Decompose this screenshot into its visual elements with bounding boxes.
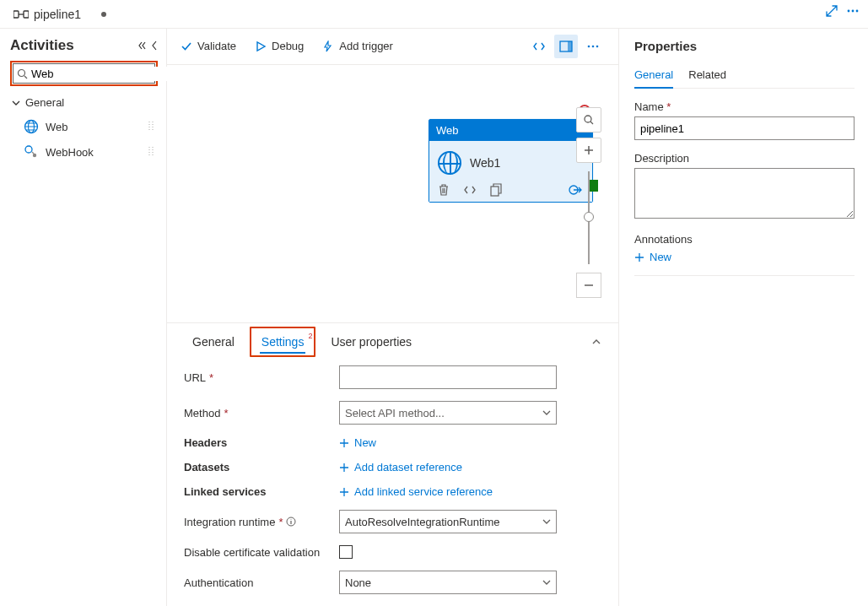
main-area: Activities General — [0, 29, 868, 606]
fit-to-screen-button[interactable] — [576, 107, 601, 133]
url-input[interactable] — [339, 365, 557, 389]
ir-value: AutoResolveIntegrationRuntime — [345, 516, 500, 528]
debug-label: Debug — [272, 40, 304, 52]
activities-search-input[interactable] — [28, 67, 175, 81]
activity-item-webhook[interactable]: WebHook — [10, 139, 158, 165]
settings-tab-highlight: Settings 2 — [250, 327, 316, 357]
copy-icon[interactable] — [490, 183, 502, 197]
settings-tabstrip: General Settings 2 User properties — [184, 323, 601, 360]
svg-rect-0 — [13, 11, 19, 18]
drag-handle-icon[interactable] — [148, 121, 154, 133]
unsaved-indicator — [101, 12, 106, 17]
svg-point-9 — [33, 154, 36, 157]
authentication-label: Authentication — [184, 576, 253, 589]
annotations-label: Annotations — [634, 233, 855, 246]
zoom-slider-thumb[interactable] — [584, 212, 594, 222]
tab-general[interactable]: General — [184, 328, 243, 355]
toolbar-more-button[interactable] — [581, 35, 605, 58]
activities-search[interactable] — [13, 63, 155, 84]
svg-rect-1 — [24, 11, 29, 18]
delete-icon[interactable] — [438, 183, 450, 197]
zoom-slider[interactable] — [588, 171, 590, 264]
activity-item-web[interactable]: Web — [10, 114, 158, 139]
activities-collapse[interactable] — [137, 41, 158, 51]
svg-point-14 — [596, 45, 599, 47]
activity-settings-panel: General Settings 2 User properties UR — [167, 322, 618, 606]
activities-panel: Activities General — [0, 29, 167, 606]
tab-settings[interactable]: Settings 2 — [253, 328, 313, 355]
svg-point-8 — [25, 146, 32, 153]
code-view-button[interactable] — [527, 35, 551, 58]
editor-tab-bar: pipeline1 — [0, 0, 868, 29]
integration-runtime-select[interactable]: AutoResolveIntegrationRuntime — [339, 510, 557, 533]
tab-settings-label: Settings — [261, 335, 305, 349]
code-icon[interactable] — [463, 184, 477, 196]
properties-title: Properties — [634, 39, 855, 53]
drag-handle-icon[interactable] — [148, 146, 154, 158]
debug-button[interactable]: Debug — [255, 40, 304, 52]
description-label: Description — [634, 152, 855, 165]
activity-node-web1[interactable]: Web Web1 — [429, 119, 593, 203]
method-select[interactable]: Select API method... — [339, 401, 557, 425]
add-annotation-button[interactable]: New — [634, 251, 855, 263]
trigger-icon — [322, 41, 334, 52]
method-label: Method — [184, 407, 220, 419]
more-icon[interactable] — [846, 5, 860, 17]
expand-icon[interactable] — [826, 5, 838, 17]
svg-point-3 — [852, 10, 855, 13]
pipeline-tab[interactable]: pipeline1 — [7, 4, 113, 24]
settings-form: URL * Method * Select API method... Head… — [184, 360, 601, 594]
pipeline-toolbar: Validate Debug Add trigger — [167, 29, 618, 64]
tab-user-properties[interactable]: User properties — [322, 328, 420, 355]
panel-collapse-button[interactable] — [591, 337, 601, 347]
pipeline-name-input[interactable] — [634, 116, 855, 140]
svg-point-13 — [592, 45, 595, 47]
info-icon[interactable] — [286, 517, 296, 527]
add-header-button[interactable]: New — [339, 436, 376, 449]
svg-point-2 — [848, 10, 850, 13]
properties-tab-general[interactable]: General — [634, 65, 673, 88]
add-trigger-button[interactable]: Add trigger — [322, 40, 393, 52]
svg-point-12 — [588, 45, 590, 47]
svg-point-4 — [856, 10, 859, 13]
pipeline-description-input[interactable] — [634, 168, 855, 219]
node-type-header: Web — [429, 120, 592, 141]
method-placeholder: Select API method... — [345, 407, 445, 419]
svg-point-17 — [585, 116, 591, 122]
pipeline-icon — [13, 8, 29, 20]
add-header-label: New — [354, 436, 376, 449]
globe-icon — [438, 151, 461, 175]
check-icon — [181, 41, 192, 52]
globe-icon — [24, 119, 39, 134]
play-icon — [255, 41, 267, 52]
activities-title: Activities — [10, 37, 74, 54]
authentication-select[interactable]: None — [339, 571, 557, 594]
settings-error-badge: 2 — [308, 332, 312, 340]
chevron-down-icon — [542, 578, 551, 587]
zoom-out-button[interactable] — [576, 273, 601, 298]
pipeline-canvas[interactable]: Web Web1 — [167, 65, 618, 322]
chevron-down-icon — [542, 517, 551, 526]
validate-button[interactable]: Validate — [181, 40, 236, 52]
activities-group-general[interactable]: General — [10, 91, 158, 114]
node-name: Web1 — [470, 156, 500, 170]
headers-label: Headers — [184, 436, 227, 449]
zoom-in-button[interactable] — [576, 138, 601, 163]
disable-cert-checkbox[interactable] — [339, 545, 353, 559]
properties-tab-related[interactable]: Related — [688, 65, 726, 88]
validate-label: Validate — [197, 40, 236, 52]
add-annotation-label: New — [650, 251, 671, 263]
search-icon — [17, 68, 28, 79]
divider — [634, 275, 855, 276]
webhook-icon — [24, 144, 39, 160]
add-dataset-button[interactable]: Add dataset reference — [339, 461, 462, 473]
svg-rect-11 — [568, 41, 572, 51]
chevron-down-icon — [12, 99, 20, 107]
group-label: General — [25, 96, 64, 109]
disable-cert-label: Disable certificate validation — [184, 546, 320, 559]
properties-toggle-button[interactable] — [554, 35, 578, 58]
properties-panel: Properties General Related Name * Descri… — [618, 29, 868, 606]
svg-rect-15 — [491, 187, 499, 196]
editor-window-controls — [826, 5, 860, 17]
add-linked-service-button[interactable]: Add linked service reference — [339, 485, 493, 498]
